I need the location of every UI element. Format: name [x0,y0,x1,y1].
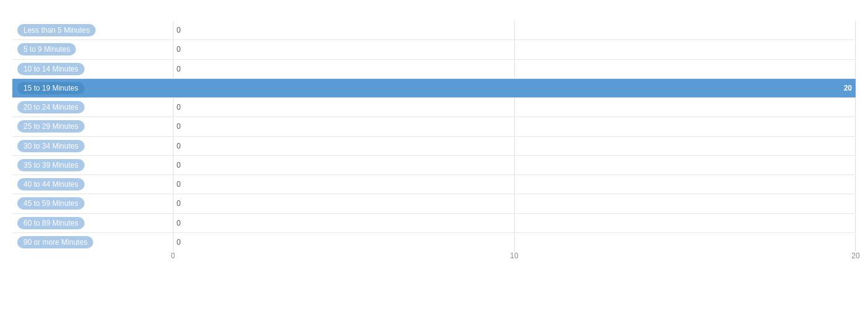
bar-track: 0 [173,214,856,232]
bar-label: 40 to 44 Minutes [12,178,173,190]
bar-label: 35 to 39 Minutes [12,159,173,171]
bar-row: 35 to 39 Minutes0 [12,156,856,175]
bar-value: 0 [177,142,181,150]
bar-track: 0 [173,117,856,136]
bar-label: 5 to 9 Minutes [12,43,173,55]
bar-label-pill: 35 to 39 Minutes [17,159,85,171]
x-tick: 10 [510,251,518,260]
bar-row: 40 to 44 Minutes0 [12,175,856,194]
bar-label-pill: Less than 5 Minutes [17,24,96,36]
bar-label-pill: 10 to 14 Minutes [17,63,85,75]
bar-value: 0 [177,45,181,54]
bar-value: 0 [177,103,181,112]
bar-value: 0 [177,238,181,247]
bar-value: 0 [177,122,181,131]
bar-track: 0 [173,156,856,174]
bar-row: 20 to 24 Minutes0 [12,98,856,117]
bar-value: 0 [177,161,181,170]
x-tick: 0 [171,251,175,260]
bar-label-pill: 25 to 29 Minutes [17,120,85,133]
bar-track: 0 [173,60,856,78]
chart-area: Less than 5 Minutes05 to 9 Minutes010 to… [12,21,856,270]
bar-track: 0 [173,175,856,194]
chart-container: Less than 5 Minutes05 to 9 Minutes010 to… [0,0,868,323]
bars-wrapper: Less than 5 Minutes05 to 9 Minutes010 to… [12,21,856,251]
bar-label: 25 to 29 Minutes [12,120,173,133]
bar-label: 15 to 19 Minutes [12,82,173,94]
bar-value: 0 [177,199,181,208]
x-tick: 20 [851,251,859,260]
bar-row: 45 to 59 Minutes0 [12,194,856,213]
bar-label-pill: 40 to 44 Minutes [17,178,85,190]
bar-value: 0 [177,26,181,35]
bar-fill: 20 [173,83,856,94]
bar-label-pill: 45 to 59 Minutes [17,197,85,210]
bar-track: 0 [173,233,856,251]
bar-label-pill: 60 to 89 Minutes [17,217,85,229]
bar-track: 0 [173,194,856,213]
bar-label: 90 or more Minutes [12,236,173,248]
bar-value: 0 [177,65,181,73]
bar-track: 0 [173,40,856,59]
bar-row: 10 to 14 Minutes0 [12,60,856,79]
bar-row: 25 to 29 Minutes0 [12,117,856,136]
bar-track: 20 [173,79,856,97]
bar-track: 0 [173,98,856,117]
bar-label-pill: 30 to 34 Minutes [17,140,85,152]
bar-track: 0 [173,137,856,155]
bar-value: 0 [177,219,181,227]
bar-value: 0 [177,180,181,189]
bar-label-pill: 15 to 19 Minutes [17,82,85,94]
bar-label-pill: 90 or more Minutes [17,236,93,248]
bar-value: 20 [844,84,852,92]
bar-label-pill: 5 to 9 Minutes [17,43,76,55]
x-axis: 01020 [173,251,856,270]
bar-label: Less than 5 Minutes [12,24,173,36]
bar-label: 10 to 14 Minutes [12,63,173,75]
bar-row: 5 to 9 Minutes0 [12,40,856,59]
bar-row: 30 to 34 Minutes0 [12,137,856,156]
bar-label: 60 to 89 Minutes [12,217,173,229]
bar-row: 60 to 89 Minutes0 [12,214,856,233]
bar-track: 0 [173,21,856,39]
bar-row: Less than 5 Minutes0 [12,21,856,40]
bar-row: 15 to 19 Minutes20 [12,79,856,98]
bar-label: 45 to 59 Minutes [12,197,173,210]
bar-label: 20 to 24 Minutes [12,101,173,113]
bar-label: 30 to 34 Minutes [12,140,173,152]
bar-row: 90 or more Minutes0 [12,233,856,251]
bar-label-pill: 20 to 24 Minutes [17,101,85,113]
